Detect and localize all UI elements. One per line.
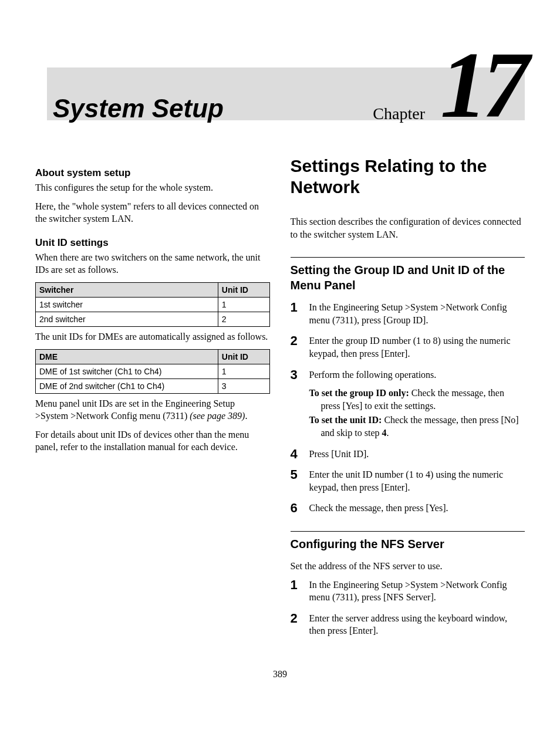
th-unitid: Unit ID xyxy=(218,349,269,364)
nfs-step-2: Enter the server address using the keybo… xyxy=(291,612,525,637)
nfs-intro: Set the address of the NFS server to use… xyxy=(291,560,525,573)
nfs-step-1: In the Engineering Setup >System >Networ… xyxy=(291,579,525,604)
sub-unit-id: To set the unit ID: Check the message, t… xyxy=(309,414,525,439)
table-row: DME of 1st switcher (Ch1 to Ch4) 1 xyxy=(36,364,270,378)
sub-rest-c: . xyxy=(387,428,389,438)
period: . xyxy=(245,411,247,421)
page-number: 389 xyxy=(35,669,525,680)
nfs-steps: In the Engineering Setup >System >Networ… xyxy=(291,579,525,637)
content-columns: About system setup This configures the s… xyxy=(35,156,525,645)
td: 1st switcher xyxy=(36,297,218,312)
chapter-title: System Setup xyxy=(53,94,224,123)
td: DME of 1st switcher (Ch1 to Ch4) xyxy=(36,364,218,378)
table-row: DME of 2nd switcher (Ch1 to Ch4) 3 xyxy=(36,378,270,393)
step-2: Enter the group ID number (1 to 8) using… xyxy=(291,334,525,360)
step-6: Check the message, then press [Yes]. xyxy=(291,502,525,515)
section-title: Settings Relating to the Network xyxy=(291,156,525,198)
step-5: Enter the unit ID number (1 to 4) using … xyxy=(291,468,525,494)
chapter-label: Chapter xyxy=(373,104,425,123)
right-column: Settings Relating to the Network This se… xyxy=(291,156,525,645)
step-ref-4: 4 xyxy=(382,428,387,438)
group-steps: In the Engineering Setup >System >Networ… xyxy=(291,301,525,515)
td: 3 xyxy=(218,378,269,393)
step-3-text: Perform the following operations. xyxy=(309,370,437,380)
table-row: 2nd switcher 2 xyxy=(36,312,270,326)
step-4: Press [Unit ID]. xyxy=(291,448,525,461)
see-page-ref: (see page 389) xyxy=(190,411,245,421)
step-3-sublist: To set the group ID only: Check the mess… xyxy=(309,387,525,439)
step-3: Perform the following operations. To set… xyxy=(291,369,525,440)
about-heading: About system setup xyxy=(35,167,270,179)
dme-table: DME Unit ID DME of 1st switcher (Ch1 to … xyxy=(35,349,270,394)
unitid-heading: Unit ID settings xyxy=(35,237,270,249)
section-intro: This section describes the configuration… xyxy=(291,215,525,241)
switcher-table: Switcher Unit ID 1st switcher 1 2nd swit… xyxy=(35,282,270,327)
menupanel-note: Menu panel unit IDs are set in the Engin… xyxy=(35,397,270,423)
td: 2 xyxy=(218,312,269,326)
td: 2nd switcher xyxy=(36,312,218,326)
sub-label: To set the group ID only: xyxy=(309,388,409,398)
td: 1 xyxy=(218,364,269,378)
step-1: In the Engineering Setup >System >Networ… xyxy=(291,301,525,326)
chapter-number: 17 xyxy=(440,38,525,132)
td: 1 xyxy=(218,297,269,312)
about-p1: This configures the setup for the whole … xyxy=(35,181,270,194)
unitid-intro: When there are two switchers on the same… xyxy=(35,251,270,276)
sub-label: To set the unit ID: xyxy=(309,415,382,425)
nfs-heading: Configuring the NFS Server xyxy=(291,531,525,552)
th-unitid: Unit ID xyxy=(218,282,269,297)
th-dme: DME xyxy=(36,349,218,364)
th-switcher: Switcher xyxy=(36,282,218,297)
table-row: 1st switcher 1 xyxy=(36,297,270,312)
sub-group-only: To set the group ID only: Check the mess… xyxy=(309,387,525,412)
about-p2: Here, the "whole system" refers to all d… xyxy=(35,200,270,225)
td: DME of 2nd switcher (Ch1 to Ch4) xyxy=(36,378,218,393)
left-column: About system setup This configures the s… xyxy=(35,156,270,645)
group-heading: Setting the Group ID and Unit ID of the … xyxy=(291,257,525,293)
chapter-header: System Setup Chapter 17 xyxy=(35,23,525,126)
dme-intro: The unit IDs for DMEs are automatically … xyxy=(35,330,270,343)
details-note: For details about unit IDs of devices ot… xyxy=(35,428,270,454)
